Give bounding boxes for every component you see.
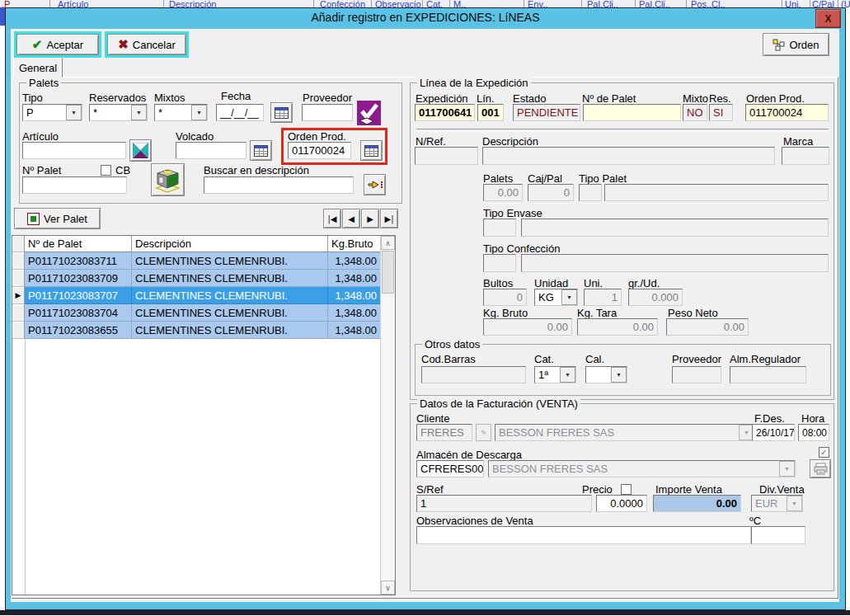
ver-palet-label: Ver Palet (44, 213, 87, 225)
almacen-code-field[interactable]: CFRERES002 (416, 460, 484, 477)
articulo-lookup-button[interactable] (129, 139, 152, 162)
background-window-strip: .P Artículo Descripción Confección Obser… (0, 0, 850, 7)
expedicion-value: 011700641 (419, 106, 472, 119)
nav-last-button[interactable]: ▶| (380, 209, 398, 228)
chevron-down-icon[interactable]: ▼ (561, 289, 577, 305)
lin-field[interactable]: 001 (477, 104, 504, 121)
scroll-down-button[interactable]: ∨ (381, 581, 395, 595)
volcado-lookup-button[interactable] (250, 140, 272, 161)
palet-table: Nº de Palet Descripción Kg.Bruto P011710… (12, 235, 396, 595)
observaciones-input[interactable] (416, 526, 751, 544)
accept-button[interactable]: ✔ Aceptar (16, 34, 99, 55)
row-selector[interactable] (12, 322, 25, 339)
close-button[interactable]: X (815, 9, 841, 28)
table-scrollbar[interactable]: ∧ ∨ (380, 236, 395, 595)
marca-field (782, 147, 829, 165)
row-selector[interactable] (12, 270, 25, 287)
div-venta-select: EUR ▼ (751, 495, 803, 512)
row-selector[interactable] (12, 304, 25, 322)
reservados-select[interactable]: * ▼ (89, 104, 148, 121)
row-selector[interactable] (12, 252, 25, 270)
nav-next-button[interactable]: ▶ (361, 209, 379, 228)
chevron-down-icon[interactable]: ▼ (131, 105, 147, 120)
cat-select[interactable]: 1ª ▼ (534, 366, 576, 383)
cliente-name-select: BESSON FRERES SAS ▼ (495, 424, 755, 441)
fdes-field[interactable]: 26/10/17 (752, 424, 795, 441)
cb-checkbox[interactable] (101, 165, 111, 176)
column-header-kgbruto: Kg.Bruto (328, 236, 381, 252)
pallet-box-icon (154, 167, 181, 193)
hora-value: 08:00 (802, 427, 827, 439)
cancel-button[interactable]: ✖ Cancelar (107, 34, 186, 55)
proveedor-filter-input[interactable] (302, 104, 353, 121)
proveedor-check-button[interactable] (356, 101, 382, 127)
estado-field: PENDIENTE (513, 104, 580, 121)
expedicion-field[interactable]: 011700641 (415, 104, 475, 121)
row-selector-pointer[interactable]: ▶ (12, 287, 25, 304)
orden-label: Orden (789, 39, 819, 51)
ver-palet-button[interactable]: Ver Palet (14, 208, 101, 229)
num-palet-label: Nº Palet (22, 164, 61, 176)
table-row[interactable]: P01171023083655 CLEMENTINES CLEMENRUBI. … (12, 322, 395, 339)
unidad-select[interactable]: KG ▼ (534, 289, 578, 306)
orden-prod-linea-value: 011700024 (749, 106, 802, 119)
accept-label: Aceptar (46, 39, 83, 51)
cell-desc: CLEMENTINES CLEMENRUBI. (132, 322, 328, 339)
fecha-input[interactable]: __/__/__ (216, 104, 264, 121)
mixtos-select[interactable]: * ▼ (154, 104, 208, 121)
buscar-input[interactable] (204, 176, 354, 194)
grados-input[interactable] (751, 526, 805, 544)
ver-palet-icon (27, 213, 40, 225)
orden-hierarchy-icon (773, 39, 785, 51)
lin-label: Lín. (477, 92, 495, 105)
res-field: SI (709, 104, 733, 121)
palets-group-title: Palets (26, 77, 61, 89)
cell-palet: P01171023083655 (25, 322, 132, 339)
almacen-print-button[interactable] (810, 459, 831, 478)
precio-field[interactable]: 0.0000 (596, 495, 647, 512)
table-header-row: Nº de Palet Descripción Kg.Bruto (12, 236, 395, 252)
chevron-down-icon[interactable]: ▼ (611, 367, 627, 383)
table-row-selected[interactable]: ▶ P01171023083707 CLEMENTINES CLEMENRUBI… (12, 287, 395, 304)
chevron-down-icon[interactable]: ▼ (66, 105, 82, 120)
buscar-button[interactable] (364, 174, 386, 195)
tipo-confeccion-desc-field (521, 254, 829, 272)
bg-column-header: Pal.Cli.. (639, 0, 670, 7)
table-row[interactable]: P01171023083711 CLEMENTINES CLEMENRUBI. … (12, 252, 395, 270)
scrollbar-thumb[interactable] (382, 251, 394, 294)
kg-bruto-label: Kg. Bruto (483, 307, 528, 319)
descripcion-label: Descripción (482, 135, 538, 148)
cliente-name-value: BESSON FRERES SAS (499, 426, 614, 439)
bg-column-header: .P (2, 0, 10, 7)
table-row[interactable]: P01171023083704 CLEMENTINES CLEMENRUBI. … (12, 304, 395, 322)
div-venta-value: EUR (755, 497, 777, 510)
chevron-down-icon[interactable]: ▼ (191, 105, 207, 120)
tab-general[interactable]: General (13, 58, 63, 78)
hora-field[interactable]: 08:00 (798, 424, 829, 441)
hand-pointer-icon (368, 180, 379, 190)
palet-box-button[interactable] (151, 163, 185, 196)
num-palet-input[interactable] (22, 176, 127, 194)
accept-focus-ring: ✔ Aceptar (14, 31, 101, 58)
articulo-input[interactable] (22, 142, 126, 159)
bultos-label: Bultos (483, 277, 513, 289)
precio-checkbox[interactable] (621, 484, 632, 495)
volcado-input[interactable] (176, 142, 247, 159)
nav-first-button[interactable]: |◀ (323, 209, 341, 228)
table-row[interactable]: P01171023083709 CLEMENTINES CLEMENRUBI. … (12, 270, 395, 287)
scroll-up-button[interactable]: ∧ (381, 236, 395, 250)
chevron-down-icon[interactable]: ▼ (560, 367, 575, 383)
bultos-field: 0 (483, 289, 527, 306)
fecha-lookup-button[interactable] (270, 102, 293, 123)
orden-button[interactable]: Orden (763, 33, 829, 56)
nref-label: N/Ref. (416, 135, 446, 148)
article-icon (133, 143, 148, 158)
cal-select[interactable]: ▼ (585, 366, 627, 383)
tipo-select[interactable]: P ▼ (22, 104, 82, 121)
cajpal-label: Caj/Pal (528, 172, 562, 185)
orden-prod-linea-field[interactable]: 011700024 (745, 104, 829, 121)
nav-prev-button[interactable]: ◀ (342, 209, 360, 228)
num-palet-linea-field[interactable] (583, 104, 681, 121)
cliente-label: Cliente (416, 412, 449, 425)
cell-palet: P01171023083707 (25, 287, 132, 304)
